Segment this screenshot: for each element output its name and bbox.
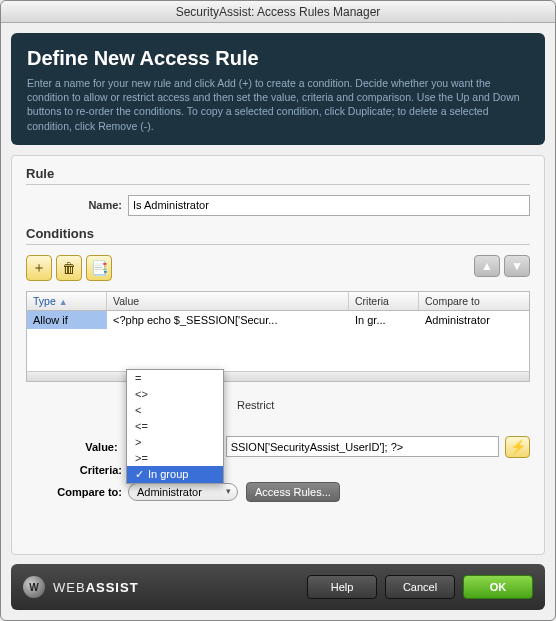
cell-compare: Administrator — [419, 311, 529, 329]
col-criteria[interactable]: Criteria — [349, 292, 419, 310]
compare-to-label: Compare to: — [26, 486, 122, 498]
move-down-button[interactable]: ▼ — [504, 255, 530, 277]
lightning-icon: ⚡ — [510, 439, 526, 454]
help-button[interactable]: Help — [307, 575, 377, 599]
horizontal-scrollbar[interactable] — [27, 371, 529, 381]
compare-to-select[interactable]: Administrator — [128, 483, 238, 501]
criteria-option-in-group[interactable]: ✓In group — [127, 466, 223, 483]
duplicate-icon: 📑 — [91, 260, 108, 276]
restrict-label: Restrict — [237, 399, 274, 411]
trash-icon: 🗑 — [62, 260, 76, 276]
criteria-label: Criteria: — [26, 464, 122, 476]
plus-icon: ＋ — [32, 259, 46, 277]
chevron-up-icon: ▲ — [481, 259, 493, 273]
add-condition-button[interactable]: ＋ — [26, 255, 52, 281]
table-header: Type▲ Value Criteria Compare to — [27, 292, 529, 311]
criteria-option-gt[interactable]: > — [127, 434, 223, 450]
duplicate-condition-button[interactable]: 📑 — [86, 255, 112, 281]
ok-button[interactable]: OK — [463, 575, 533, 599]
value-input[interactable] — [226, 436, 499, 457]
criteria-option-neq[interactable]: <> — [127, 386, 223, 402]
window-title: SecurityAssist: Access Rules Manager — [1, 1, 555, 23]
table-body: Allow if <?php echo $_SESSION['Secur... … — [27, 311, 529, 371]
remove-condition-button[interactable]: 🗑 — [56, 255, 82, 281]
cell-criteria: In gr... — [349, 311, 419, 329]
check-icon: ✓ — [135, 468, 144, 480]
conditions-section-title: Conditions — [26, 226, 530, 245]
col-compare[interactable]: Compare to — [419, 292, 529, 310]
criteria-dropdown-menu[interactable]: = <> < <= > >= ✓In group — [126, 369, 224, 484]
footer-bar: W WEBASSIST Help Cancel OK — [11, 564, 545, 610]
brand: W WEBASSIST — [23, 576, 139, 598]
content-panel: Rule Name: Conditions ＋ 🗑 📑 ▲ ▼ Type▲ Va… — [11, 155, 545, 555]
condition-editor: Value: ⚡ Criteria: Compare to: Administr… — [26, 436, 530, 508]
criteria-option-lte[interactable]: <= — [127, 418, 223, 434]
move-up-button[interactable]: ▲ — [474, 255, 500, 277]
value-label: Value: — [26, 441, 118, 453]
rule-section-title: Rule — [26, 166, 530, 185]
page-title: Define New Access Rule — [27, 47, 529, 70]
cancel-button[interactable]: Cancel — [385, 575, 455, 599]
criteria-option-lt[interactable]: < — [127, 402, 223, 418]
brand-text: WEBASSIST — [53, 580, 139, 595]
criteria-option-gte[interactable]: >= — [127, 450, 223, 466]
cell-value: <?php echo $_SESSION['Secur... — [107, 311, 349, 329]
criteria-option-eq[interactable]: = — [127, 370, 223, 386]
page-description: Enter a name for your new rule and click… — [27, 76, 529, 133]
name-input[interactable] — [128, 195, 530, 216]
cell-type: Allow if — [27, 311, 107, 329]
sort-asc-icon: ▲ — [59, 297, 68, 307]
col-type[interactable]: Type▲ — [27, 292, 107, 310]
dynamic-value-button[interactable]: ⚡ — [505, 436, 530, 458]
app-window: SecurityAssist: Access Rules Manager Def… — [0, 0, 556, 621]
conditions-toolbar: ＋ 🗑 📑 ▲ ▼ — [26, 255, 530, 281]
chevron-down-icon: ▼ — [511, 259, 523, 273]
header-panel: Define New Access Rule Enter a name for … — [11, 33, 545, 145]
name-label: Name: — [26, 199, 122, 211]
brand-logo-icon: W — [23, 576, 45, 598]
col-value[interactable]: Value — [107, 292, 349, 310]
conditions-table: Type▲ Value Criteria Compare to Allow if… — [26, 291, 530, 382]
access-rules-button[interactable]: Access Rules... — [246, 482, 340, 502]
table-row[interactable]: Allow if <?php echo $_SESSION['Secur... … — [27, 311, 529, 329]
